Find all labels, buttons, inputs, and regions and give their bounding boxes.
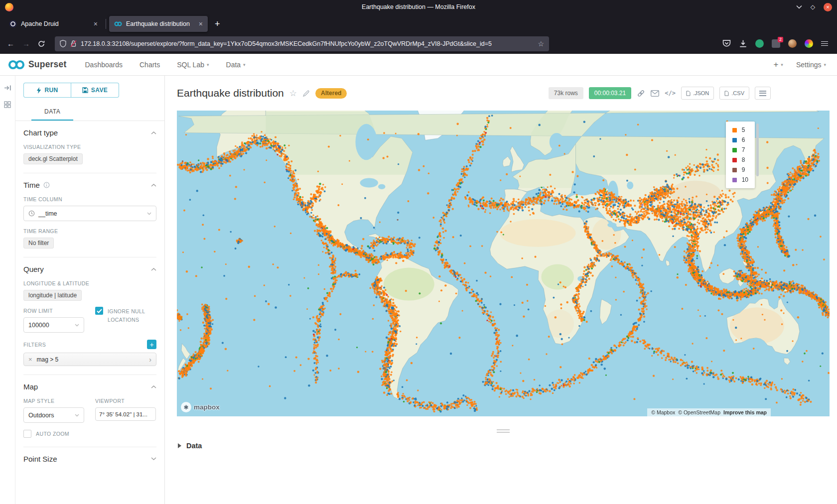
section-header[interactable]: Point Size (23, 455, 156, 463)
time-range-label: TIME RANGE (23, 228, 156, 234)
browser-tabbar: Apache Druid × Earthquake distribution ×… (0, 14, 837, 34)
extension-icon-2[interactable]: 2 (772, 39, 780, 48)
filter-chip-label: mag > 5 (37, 356, 145, 363)
nav-data[interactable]: Data▾ (226, 61, 246, 69)
section-header[interactable]: Query (23, 265, 156, 273)
superset-logo[interactable]: Superset (7, 59, 67, 71)
ignore-null-checkbox[interactable] (95, 307, 103, 315)
extension-icon-3[interactable] (805, 39, 813, 48)
time-column-select[interactable]: __time (23, 206, 156, 221)
chart-menu-button[interactable] (755, 87, 771, 100)
chevron-up-icon (151, 131, 156, 134)
ignore-null-checkbox-row[interactable]: IGNORE NULL LOCATIONS (95, 307, 155, 324)
superset-infinity-icon (7, 59, 26, 71)
save-disk-icon (82, 87, 88, 93)
browser-tab-earthquake[interactable]: Earthquake distribution × (109, 16, 208, 32)
save-button[interactable]: SAVE (71, 83, 119, 98)
select-caret-icon (75, 324, 79, 327)
add-filter-button[interactable]: + (147, 340, 156, 349)
superset-favicon (114, 20, 122, 28)
data-section-label: Data (186, 442, 202, 450)
back-button[interactable]: ← (7, 40, 14, 47)
export-csv-button[interactable]: .CSV (719, 87, 749, 100)
tab-data[interactable]: DATA (31, 104, 73, 121)
chevron-up-icon (151, 184, 156, 187)
tab-close-icon[interactable]: × (199, 20, 203, 28)
email-icon[interactable] (651, 90, 659, 97)
data-section-header[interactable]: Data (178, 442, 837, 450)
nav-sql-lab[interactable]: SQL Lab▾ (177, 61, 209, 69)
map-attribution: © Mapbox © OpenStreetMap Improve this ma… (647, 408, 771, 416)
attribution-mapbox-link[interactable]: © Mapbox (651, 409, 675, 415)
legend-swatch (732, 158, 737, 162)
export-json-button[interactable]: .JSON (681, 87, 714, 100)
legend-item[interactable]: 8 (732, 156, 748, 163)
select-caret-icon (75, 414, 79, 417)
mapbox-logo-text: mapbox (194, 403, 220, 411)
insecure-lock-icon[interactable] (70, 40, 77, 47)
tab-close-icon[interactable]: × (94, 20, 98, 28)
new-tab-button[interactable]: + (215, 19, 220, 29)
section-map: Map MAP STYLE Outdoors VIEWPORT 7° 35' 5… (23, 375, 156, 447)
panel-resize-handle[interactable] (177, 429, 830, 433)
forward-button[interactable]: → (22, 40, 30, 47)
embed-code-icon[interactable]: </> (665, 90, 676, 97)
url-text[interactable]: 172.18.0.3:32108/superset/explore/?form_… (81, 40, 534, 47)
viewport-label: VIEWPORT (95, 398, 156, 404)
mapbox-logo[interactable]: ✱ mapbox (181, 402, 220, 412)
section-header[interactable]: Map (23, 382, 156, 391)
extension-badge: 2 (778, 37, 783, 42)
altered-badge[interactable]: Altered (315, 88, 347, 99)
expand-panel-icon[interactable] (4, 85, 11, 91)
extension-icon-1[interactable] (755, 39, 764, 48)
map-style-select[interactable]: Outdoors (23, 407, 84, 423)
auto-zoom-row[interactable]: AUTO ZOOM (23, 430, 156, 438)
bookmark-star-icon[interactable]: ☆ (538, 40, 544, 48)
lonlat-value[interactable]: longitude | latitude (23, 290, 82, 301)
viewport-value[interactable]: 7° 35' 54.02" | 31... (95, 407, 156, 421)
nav-charts[interactable]: Charts (140, 61, 160, 69)
pocket-icon[interactable] (722, 39, 731, 48)
time-range-value[interactable]: No filter (23, 238, 54, 249)
url-field[interactable]: 172.18.0.3:32108/superset/explore/?form_… (55, 36, 549, 51)
account-avatar-icon[interactable] (788, 39, 797, 48)
legend-item[interactable]: 7 (732, 146, 748, 153)
query-timer-badge: 00:00:03.21 (589, 87, 631, 99)
menu-button[interactable] (821, 40, 828, 47)
row-limit-select[interactable]: 100000 (23, 317, 84, 333)
remove-filter-icon[interactable]: × (28, 356, 32, 363)
browser-tab-druid[interactable]: Apache Druid × (4, 16, 103, 32)
nav-dashboards[interactable]: Dashboards (85, 61, 123, 69)
share-link-icon[interactable] (637, 89, 645, 98)
legend-item[interactable]: 9 (732, 166, 748, 173)
downloads-icon[interactable] (739, 39, 747, 48)
window-minimize-icon[interactable] (796, 5, 802, 9)
legend-scrollbar[interactable] (756, 124, 759, 176)
dataset-grid-icon[interactable] (4, 101, 11, 108)
tracking-shield-icon[interactable] (60, 40, 66, 47)
legend-item[interactable]: 5 (732, 126, 748, 133)
reload-button[interactable] (38, 40, 45, 47)
new-item-button[interactable]: +▾ (773, 60, 783, 70)
settings-menu[interactable]: Settings▾ (796, 61, 826, 69)
filter-chip[interactable]: × mag > 5 › (23, 353, 156, 366)
legend-swatch (732, 178, 737, 182)
time-column-label: TIME COLUMN (23, 196, 156, 202)
section-header[interactable]: Time (23, 181, 156, 189)
map-style-value: Outdoors (28, 412, 71, 419)
legend-swatch (732, 148, 737, 152)
chart-area: Earthquake distribution ☆ Altered 73k ro… (165, 76, 837, 504)
window-maximize-icon[interactable]: ◇ (811, 4, 815, 10)
favorite-star-icon[interactable]: ☆ (289, 89, 297, 98)
edit-title-icon[interactable] (302, 90, 310, 97)
viz-type-value[interactable]: deck.gl Scatterplot (23, 153, 83, 164)
attribution-improve-link[interactable]: Improve this map (723, 409, 767, 415)
legend-item[interactable]: 6 (732, 136, 748, 143)
window-close-button[interactable]: × (824, 3, 832, 11)
attribution-osm-link[interactable]: © OpenStreetMap (678, 409, 720, 415)
run-button[interactable]: RUN (23, 83, 71, 98)
section-header[interactable]: Chart type (23, 128, 156, 137)
auto-zoom-checkbox[interactable] (23, 430, 31, 438)
legend-item[interactable]: 10 (732, 176, 748, 183)
tab-title: Earthquake distribution (126, 20, 195, 27)
